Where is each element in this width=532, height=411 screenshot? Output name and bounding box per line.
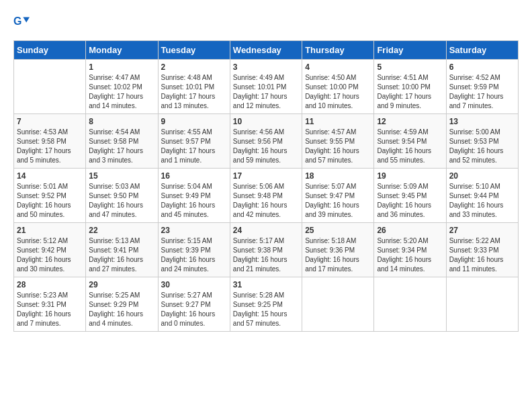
- day-number: 8: [89, 117, 154, 126]
- calendar-week-4: 21Sunrise: 5:12 AM Sunset: 9:42 PM Dayli…: [14, 223, 519, 277]
- calendar-cell: [446, 277, 518, 332]
- day-info: Sunrise: 4:50 AM Sunset: 10:00 PM Daylig…: [305, 73, 371, 111]
- calendar-cell: [14, 60, 86, 114]
- day-info: Sunrise: 5:20 AM Sunset: 9:34 PM Dayligh…: [377, 236, 443, 274]
- day-number: 23: [161, 226, 227, 235]
- day-info: Sunrise: 4:51 AM Sunset: 10:00 PM Daylig…: [377, 73, 443, 111]
- calendar-cell: 1Sunrise: 4:47 AM Sunset: 10:02 PM Dayli…: [86, 60, 158, 114]
- calendar-week-1: 1Sunrise: 4:47 AM Sunset: 10:02 PM Dayli…: [14, 60, 519, 114]
- day-info: Sunrise: 4:48 AM Sunset: 10:01 PM Daylig…: [161, 73, 227, 111]
- svg-marker-1: [23, 17, 30, 23]
- day-number: 18: [305, 171, 371, 181]
- calendar-cell: 24Sunrise: 5:17 AM Sunset: 9:38 PM Dayli…: [230, 223, 302, 277]
- day-info: Sunrise: 4:57 AM Sunset: 9:55 PM Dayligh…: [305, 128, 371, 165]
- day-info: Sunrise: 5:06 AM Sunset: 9:48 PM Dayligh…: [233, 182, 299, 220]
- day-number: 6: [449, 62, 515, 72]
- calendar-body: 1Sunrise: 4:47 AM Sunset: 10:02 PM Dayli…: [14, 60, 519, 332]
- header-sunday: Sunday: [14, 41, 86, 60]
- day-number: 2: [161, 62, 227, 72]
- calendar-cell: 28Sunrise: 5:23 AM Sunset: 9:31 PM Dayli…: [14, 277, 86, 332]
- calendar-cell: 8Sunrise: 4:54 AM Sunset: 9:58 PM Daylig…: [86, 114, 158, 169]
- day-info: Sunrise: 5:10 AM Sunset: 9:44 PM Dayligh…: [449, 182, 515, 220]
- header-friday: Friday: [374, 41, 446, 60]
- calendar-cell: 25Sunrise: 5:18 AM Sunset: 9:36 PM Dayli…: [302, 223, 374, 277]
- day-number: 15: [89, 171, 154, 181]
- day-info: Sunrise: 4:55 AM Sunset: 9:57 PM Dayligh…: [161, 128, 227, 165]
- day-info: Sunrise: 4:49 AM Sunset: 10:01 PM Daylig…: [233, 73, 299, 111]
- day-number: 30: [161, 280, 227, 289]
- day-info: Sunrise: 4:52 AM Sunset: 9:59 PM Dayligh…: [449, 73, 515, 111]
- day-number: 21: [17, 226, 83, 235]
- calendar-cell: 27Sunrise: 5:22 AM Sunset: 9:33 PM Dayli…: [446, 223, 518, 277]
- calendar-cell: 3Sunrise: 4:49 AM Sunset: 10:01 PM Dayli…: [230, 60, 302, 114]
- calendar-cell: 26Sunrise: 5:20 AM Sunset: 9:34 PM Dayli…: [374, 223, 446, 277]
- day-number: 25: [305, 226, 371, 235]
- calendar-week-5: 28Sunrise: 5:23 AM Sunset: 9:31 PM Dayli…: [14, 277, 519, 332]
- svg-text:G: G: [13, 15, 21, 27]
- day-info: Sunrise: 5:25 AM Sunset: 9:29 PM Dayligh…: [89, 291, 154, 328]
- day-info: Sunrise: 5:22 AM Sunset: 9:33 PM Dayligh…: [449, 236, 515, 274]
- calendar-cell: 20Sunrise: 5:10 AM Sunset: 9:44 PM Dayli…: [446, 169, 518, 223]
- calendar-cell: 10Sunrise: 4:56 AM Sunset: 9:56 PM Dayli…: [230, 114, 302, 169]
- day-number: 24: [233, 226, 299, 235]
- day-info: Sunrise: 5:07 AM Sunset: 9:47 PM Dayligh…: [305, 182, 371, 220]
- day-info: Sunrise: 5:13 AM Sunset: 9:41 PM Dayligh…: [89, 236, 154, 274]
- day-number: 5: [377, 62, 443, 72]
- calendar-cell: 19Sunrise: 5:09 AM Sunset: 9:45 PM Dayli…: [374, 169, 446, 223]
- logo: G: [13, 13, 32, 30]
- calendar-cell: 18Sunrise: 5:07 AM Sunset: 9:47 PM Dayli…: [302, 169, 374, 223]
- day-info: Sunrise: 5:23 AM Sunset: 9:31 PM Dayligh…: [17, 291, 83, 328]
- day-info: Sunrise: 5:04 AM Sunset: 9:49 PM Dayligh…: [161, 182, 227, 220]
- day-info: Sunrise: 4:53 AM Sunset: 9:58 PM Dayligh…: [17, 128, 83, 165]
- day-info: Sunrise: 5:03 AM Sunset: 9:50 PM Dayligh…: [89, 182, 154, 220]
- day-number: 16: [161, 171, 227, 181]
- day-number: 7: [17, 117, 83, 126]
- calendar-cell: 30Sunrise: 5:27 AM Sunset: 9:27 PM Dayli…: [158, 277, 230, 332]
- day-info: Sunrise: 4:59 AM Sunset: 9:54 PM Dayligh…: [377, 128, 443, 165]
- day-number: 1: [89, 62, 154, 72]
- day-number: 4: [305, 62, 371, 72]
- calendar-table: SundayMondayTuesdayWednesdayThursdayFrid…: [13, 40, 519, 332]
- day-info: Sunrise: 5:17 AM Sunset: 9:38 PM Dayligh…: [233, 236, 299, 274]
- day-info: Sunrise: 4:54 AM Sunset: 9:58 PM Dayligh…: [89, 128, 154, 165]
- day-number: 3: [233, 62, 299, 72]
- header-thursday: Thursday: [302, 41, 374, 60]
- day-number: 20: [449, 171, 515, 181]
- calendar-cell: 2Sunrise: 4:48 AM Sunset: 10:01 PM Dayli…: [158, 60, 230, 114]
- day-number: 17: [233, 171, 299, 181]
- calendar-cell: 5Sunrise: 4:51 AM Sunset: 10:00 PM Dayli…: [374, 60, 446, 114]
- day-info: Sunrise: 5:27 AM Sunset: 9:27 PM Dayligh…: [161, 291, 227, 328]
- day-number: 13: [449, 117, 515, 126]
- calendar-week-2: 7Sunrise: 4:53 AM Sunset: 9:58 PM Daylig…: [14, 114, 519, 169]
- header-monday: Monday: [86, 41, 158, 60]
- day-number: 14: [17, 171, 83, 181]
- day-number: 26: [377, 226, 443, 235]
- calendar-cell: [374, 277, 446, 332]
- day-number: 29: [89, 280, 154, 289]
- calendar-cell: 16Sunrise: 5:04 AM Sunset: 9:49 PM Dayli…: [158, 169, 230, 223]
- header-wednesday: Wednesday: [230, 41, 302, 60]
- calendar-cell: 29Sunrise: 5:25 AM Sunset: 9:29 PM Dayli…: [86, 277, 158, 332]
- calendar-cell: 15Sunrise: 5:03 AM Sunset: 9:50 PM Dayli…: [86, 169, 158, 223]
- day-info: Sunrise: 5:18 AM Sunset: 9:36 PM Dayligh…: [305, 236, 371, 274]
- calendar-cell: 7Sunrise: 4:53 AM Sunset: 9:58 PM Daylig…: [14, 114, 86, 169]
- calendar-week-3: 14Sunrise: 5:01 AM Sunset: 9:52 PM Dayli…: [14, 169, 519, 223]
- day-info: Sunrise: 5:15 AM Sunset: 9:39 PM Dayligh…: [161, 236, 227, 274]
- calendar-cell: 9Sunrise: 4:55 AM Sunset: 9:57 PM Daylig…: [158, 114, 230, 169]
- calendar-cell: 21Sunrise: 5:12 AM Sunset: 9:42 PM Dayli…: [14, 223, 86, 277]
- day-number: 31: [233, 280, 299, 289]
- calendar-cell: 14Sunrise: 5:01 AM Sunset: 9:52 PM Dayli…: [14, 169, 86, 223]
- calendar-cell: 11Sunrise: 4:57 AM Sunset: 9:55 PM Dayli…: [302, 114, 374, 169]
- calendar-cell: 6Sunrise: 4:52 AM Sunset: 9:59 PM Daylig…: [446, 60, 518, 114]
- calendar-cell: 13Sunrise: 5:00 AM Sunset: 9:53 PM Dayli…: [446, 114, 518, 169]
- day-number: 10: [233, 117, 299, 126]
- day-number: 11: [305, 117, 371, 126]
- day-info: Sunrise: 5:09 AM Sunset: 9:45 PM Dayligh…: [377, 182, 443, 220]
- calendar-cell: 22Sunrise: 5:13 AM Sunset: 9:41 PM Dayli…: [86, 223, 158, 277]
- day-info: Sunrise: 5:12 AM Sunset: 9:42 PM Dayligh…: [17, 236, 83, 274]
- calendar-cell: 23Sunrise: 5:15 AM Sunset: 9:39 PM Dayli…: [158, 223, 230, 277]
- day-info: Sunrise: 4:47 AM Sunset: 10:02 PM Daylig…: [89, 73, 154, 111]
- day-number: 9: [161, 117, 227, 126]
- calendar-cell: 17Sunrise: 5:06 AM Sunset: 9:48 PM Dayli…: [230, 169, 302, 223]
- header-saturday: Saturday: [446, 41, 518, 60]
